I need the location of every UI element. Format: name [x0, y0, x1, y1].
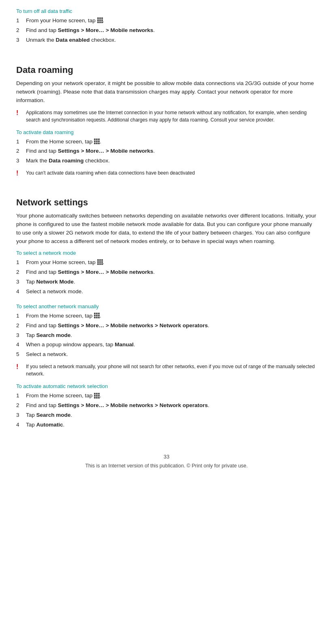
- step-num: 4: [16, 421, 25, 429]
- step-num: 2: [16, 147, 25, 156]
- grid-icon: [97, 259, 103, 265]
- step-item: 2 Find and tap Settings > More… > Mobile…: [16, 268, 317, 277]
- step-text: Mark the Data roaming checkbox.: [26, 157, 110, 165]
- step-bold: Settings > More… > Mobile networks: [58, 148, 154, 154]
- step-text: From the Home screen, tap .: [26, 392, 101, 400]
- step-text: When a popup window appears, tap Manual.: [26, 341, 135, 349]
- step-num: 4: [16, 288, 25, 296]
- grid-icon: [94, 139, 100, 144]
- step-text: Tap Network Mode.: [26, 278, 75, 286]
- step-item: 3 Tap Search mode.: [16, 411, 317, 420]
- turn-off-data-steps: 1 From your Home screen, tap . 2 Find an…: [16, 17, 317, 45]
- step-item: 3 Unmark the Data enabled checkbox.: [16, 36, 317, 45]
- step-item: 4 Select a network mode.: [16, 288, 317, 296]
- step-num: 3: [16, 278, 25, 286]
- step-item: 3 Tap Network Mode.: [16, 278, 317, 286]
- exclamation-icon: !: [16, 109, 23, 117]
- step-bold: Settings > More… > Mobile networks: [58, 27, 154, 33]
- step-text: Find and tap Settings > More… > Mobile n…: [26, 147, 155, 156]
- step-bold: Automatic: [36, 422, 63, 428]
- turn-off-data-heading: To turn off all data traffic: [16, 8, 317, 14]
- step-bold: Network Mode: [36, 279, 74, 285]
- step-text: Tap Search mode.: [26, 411, 72, 420]
- step-item: 1 From your Home screen, tap .: [16, 17, 317, 25]
- step-item: 1 From the Home screen, tap .: [16, 312, 317, 320]
- step-text: From your Home screen, tap .: [26, 17, 104, 25]
- step-bold: Search mode: [36, 412, 71, 418]
- step-num: 1: [16, 138, 25, 146]
- step-num: 3: [16, 157, 25, 165]
- manual-network-note-block: ! If you select a network manually, your…: [16, 363, 317, 377]
- page-footer: 33 This is an Internet version of this p…: [16, 454, 317, 469]
- data-roaming-body: Depending on your network operator, it m…: [16, 79, 317, 105]
- network-settings-heading: Network settings: [16, 197, 317, 208]
- step-bold: Settings > More… > Mobile networks > Net…: [58, 402, 208, 408]
- page-number: 33: [16, 454, 317, 460]
- manual-network-note-text: If you select a network manually, your p…: [26, 363, 317, 377]
- select-mode-heading: To select a network mode: [16, 250, 317, 256]
- footer-text: This is an Internet version of this publ…: [16, 463, 317, 469]
- step-item: 2 Find and tap Settings > More… > Mobile…: [16, 26, 317, 35]
- data-roaming-section: Data roaming Depending on your network o…: [16, 65, 317, 177]
- network-settings-body: Your phone automatically switches betwee…: [16, 212, 317, 246]
- network-settings-section: Network settings Your phone automaticall…: [16, 197, 317, 429]
- data-roaming-heading: Data roaming: [16, 65, 317, 75]
- step-num: 3: [16, 36, 25, 45]
- step-text: Tap Search mode.: [26, 331, 72, 340]
- exclamation-icon: !: [16, 170, 23, 177]
- step-text: From your Home screen, tap .: [26, 258, 104, 267]
- step-bold: Settings > More… > Mobile networks: [58, 269, 154, 275]
- step-num: 1: [16, 312, 25, 320]
- step-item: 3 Tap Search mode.: [16, 331, 317, 340]
- step-text: Find and tap Settings > More… > Mobile n…: [26, 322, 209, 330]
- step-text: Find and tap Settings > More… > Mobile n…: [26, 401, 209, 410]
- step-item: 4 When a popup window appears, tap Manua…: [16, 341, 317, 349]
- step-num: 1: [16, 258, 25, 267]
- step-num: 5: [16, 350, 25, 359]
- step-bold: Manual: [115, 341, 134, 348]
- step-bold: Data roaming: [49, 158, 83, 164]
- step-item: 1 From the Home screen, tap .: [16, 138, 317, 146]
- grid-icon: [97, 17, 103, 23]
- step-text: Unmark the Data enabled checkbox.: [26, 36, 116, 45]
- step-item: 4 Tap Automatic.: [16, 421, 317, 429]
- data-roaming-note-text: Applications may sometimes use the Inter…: [26, 109, 317, 124]
- roaming-warning-block: ! You can't activate data roaming when d…: [16, 169, 317, 177]
- step-num: 1: [16, 392, 25, 400]
- activate-auto-heading: To activate automatic network selection: [16, 383, 317, 389]
- activate-roaming-heading: To activate data roaming: [16, 129, 317, 135]
- step-bold: Settings > More… > Mobile networks > Net…: [58, 322, 208, 328]
- step-text: From the Home screen, tap .: [26, 138, 101, 146]
- step-bold: Data enabled: [56, 37, 90, 43]
- step-text: Select a network.: [26, 350, 68, 359]
- step-text: Select a network mode.: [26, 288, 83, 296]
- step-item: 1 From the Home screen, tap .: [16, 392, 317, 400]
- step-item: 1 From your Home screen, tap .: [16, 258, 317, 267]
- select-manually-heading: To select another network manually: [16, 303, 317, 309]
- select-mode-steps: 1 From your Home screen, tap . 2 Find an…: [16, 258, 317, 296]
- turn-off-data-traffic-section: To turn off all data traffic 1 From your…: [16, 8, 317, 45]
- step-text: Find and tap Settings > More… > Mobile n…: [26, 268, 155, 277]
- step-num: 4: [16, 341, 25, 349]
- step-text: From the Home screen, tap .: [26, 312, 101, 320]
- step-num: 3: [16, 411, 25, 420]
- step-num: 2: [16, 268, 25, 277]
- activate-roaming-steps: 1 From the Home screen, tap . 2 Find and…: [16, 138, 317, 166]
- step-num: 1: [16, 17, 25, 25]
- select-manually-steps: 1 From the Home screen, tap . 2 Find and…: [16, 312, 317, 359]
- roaming-warning-text: You can't activate data roaming when dat…: [26, 169, 195, 177]
- step-bold: Search mode: [36, 332, 71, 338]
- grid-icon: [94, 313, 100, 318]
- data-roaming-note-block: ! Applications may sometimes use the Int…: [16, 109, 317, 124]
- step-item: 2 Find and tap Settings > More… > Mobile…: [16, 322, 317, 330]
- step-num: 2: [16, 401, 25, 410]
- step-num: 2: [16, 322, 25, 330]
- activate-auto-steps: 1 From the Home screen, tap . 2 Find and…: [16, 392, 317, 429]
- step-item: 2 Find and tap Settings > More… > Mobile…: [16, 401, 317, 410]
- step-item: 3 Mark the Data roaming checkbox.: [16, 157, 317, 165]
- step-item: 5 Select a network.: [16, 350, 317, 359]
- step-item: 2 Find and tap Settings > More… > Mobile…: [16, 147, 317, 156]
- step-text: Find and tap Settings > More… > Mobile n…: [26, 26, 155, 35]
- grid-icon: [94, 393, 100, 399]
- exclamation-icon: !: [16, 363, 23, 371]
